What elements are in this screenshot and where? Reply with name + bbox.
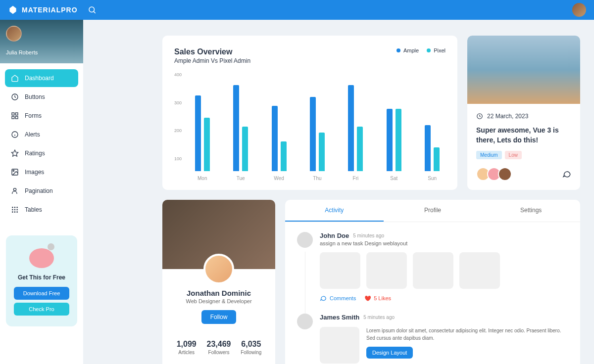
tag[interactable]: Medium xyxy=(476,151,502,159)
blog-title[interactable]: Super awesome, Vue 3 is there, Lets do t… xyxy=(476,126,571,145)
promo-card: Get This for Free Download Free Check Pr… xyxy=(6,235,77,326)
main-content: Sales Overview Ample Admin Vs Pixel Admi… xyxy=(83,20,594,364)
nav-item-dashboard[interactable]: Dashboard xyxy=(5,69,78,87)
svg-point-19 xyxy=(17,209,17,210)
search-icon[interactable] xyxy=(88,5,97,14)
svg-point-13 xyxy=(13,188,16,191)
activity-feed: John Doe5 minutes agoassign a new task D… xyxy=(285,222,580,364)
feed-name: James Smith xyxy=(320,314,359,321)
bar xyxy=(434,147,440,171)
feed-image[interactable] xyxy=(413,252,453,289)
nav-item-ratings[interactable]: Ratings xyxy=(5,144,78,162)
profile-hero-image xyxy=(162,200,275,269)
stat-value: 6,035 xyxy=(235,340,267,349)
likes-action[interactable]: 5 Likes xyxy=(364,295,391,302)
nav-label: Pagination xyxy=(25,187,53,194)
stat: 23,469Followers xyxy=(202,340,235,355)
sidebar-profile[interactable]: Julia Roberts xyxy=(0,20,83,63)
x-label: Thu xyxy=(304,176,330,181)
svg-point-16 xyxy=(17,207,17,208)
tabs: ActivityProfileSettings xyxy=(285,200,580,222)
follow-button[interactable]: Follow xyxy=(201,310,237,324)
feed-image[interactable] xyxy=(459,252,500,289)
bar-group: Thu xyxy=(304,82,330,171)
feed-time: 5 minutes ago xyxy=(353,233,384,238)
nav-item-buttons[interactable]: Buttons xyxy=(5,88,78,106)
sales-chart-card: Sales Overview Ample Admin Vs Pixel Admi… xyxy=(162,36,457,190)
nav-item-tables[interactable]: Tables xyxy=(5,201,78,219)
blog-card: 22 March, 2023 Super awesome, Vue 3 is t… xyxy=(467,36,580,190)
profile-stats: 1,099Articles23,469Followers6,035Followi… xyxy=(162,332,275,363)
svg-point-17 xyxy=(12,209,13,210)
feed-desc: Lorem ipsum dolor sit amet, consectetur … xyxy=(366,327,568,342)
x-label: Fri xyxy=(343,176,369,181)
download-button[interactable]: Download Free xyxy=(14,287,69,300)
nav-item-images[interactable]: Images xyxy=(5,163,78,181)
tab-profile[interactable]: Profile xyxy=(384,200,482,222)
stat-value: 23,469 xyxy=(202,340,235,349)
bar-group: Sat xyxy=(381,82,407,171)
bar xyxy=(204,118,210,171)
stat: 1,099Articles xyxy=(170,340,202,355)
bar xyxy=(319,133,325,171)
nav-label: Alerts xyxy=(25,131,40,138)
check-pro-button[interactable]: Check Pro xyxy=(14,303,69,316)
heart-icon xyxy=(364,295,371,302)
blog-tags: MediumLow xyxy=(476,151,571,159)
nav-item-forms[interactable]: Forms xyxy=(5,107,78,125)
nav-item-pagination[interactable]: Pagination xyxy=(5,182,78,200)
sidebar: Julia Roberts DashboardButtonsFormsAlert… xyxy=(0,20,83,364)
bar-group: Sun xyxy=(419,82,446,171)
logo-icon xyxy=(8,5,18,15)
image-icon xyxy=(11,168,19,176)
stat-label: Articles xyxy=(170,350,202,355)
bar xyxy=(272,106,278,171)
user-avatar[interactable] xyxy=(572,3,586,17)
bar xyxy=(195,95,201,171)
x-label: Sat xyxy=(381,176,407,181)
design-layout-button[interactable]: Design Layout xyxy=(366,347,413,359)
promo-title: Get This for Free xyxy=(14,274,69,281)
feed-name: John Doe xyxy=(320,232,349,239)
nav-label: Images xyxy=(25,169,44,176)
bar xyxy=(425,125,431,171)
comments-action[interactable]: Comments xyxy=(320,295,356,302)
bar-group: Wed xyxy=(266,82,292,171)
bar xyxy=(242,127,248,171)
bar xyxy=(357,127,363,171)
bar-group: Mon xyxy=(189,82,215,171)
grid-icon xyxy=(11,112,19,120)
chart-title: Sales Overview xyxy=(174,47,250,56)
nav-item-alerts[interactable]: Alerts xyxy=(5,126,78,143)
tab-settings[interactable]: Settings xyxy=(482,200,580,222)
feed-image[interactable] xyxy=(320,327,359,364)
feed-image[interactable] xyxy=(320,252,360,289)
profile-avatar xyxy=(203,254,234,284)
svg-rect-6 xyxy=(15,116,18,119)
stat-label: Followers xyxy=(202,350,235,355)
feed-image[interactable] xyxy=(366,252,407,289)
svg-point-15 xyxy=(14,207,15,208)
comment-icon xyxy=(320,295,327,302)
x-label: Sun xyxy=(419,176,446,181)
logo[interactable]: MATERIALPRO xyxy=(8,5,78,15)
comment-icon[interactable] xyxy=(562,170,571,179)
home-icon xyxy=(11,74,19,82)
bar xyxy=(348,85,354,171)
piggy-icon xyxy=(27,243,56,268)
tab-activity[interactable]: Activity xyxy=(285,200,384,222)
sidebar-avatar xyxy=(6,26,22,42)
svg-rect-3 xyxy=(12,113,14,115)
bar xyxy=(387,109,393,171)
brand-text: MATERIALPRO xyxy=(22,6,78,14)
bar xyxy=(233,85,239,171)
blog-date: 22 March, 2023 xyxy=(476,113,571,120)
nav-label: Ratings xyxy=(25,150,45,157)
svg-line-1 xyxy=(94,11,95,13)
tag[interactable]: Low xyxy=(505,151,522,159)
bar xyxy=(310,97,316,171)
feed-images xyxy=(320,252,568,289)
svg-point-22 xyxy=(17,212,17,212)
nav-label: Tables xyxy=(25,206,42,213)
x-label: Tue xyxy=(227,176,253,181)
